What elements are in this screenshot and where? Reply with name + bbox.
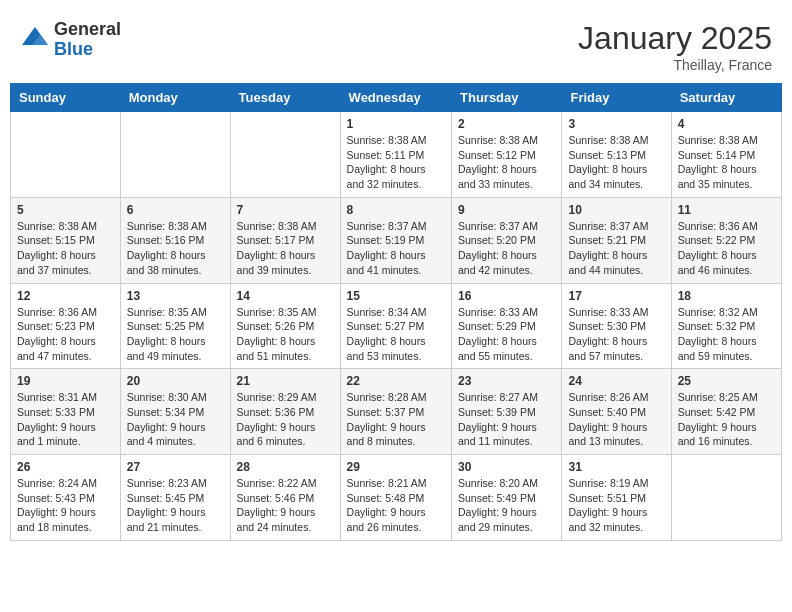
calendar-cell: 22Sunrise: 8:28 AM Sunset: 5:37 PM Dayli… bbox=[340, 369, 451, 455]
column-header-saturday: Saturday bbox=[671, 84, 781, 112]
day-info: Sunrise: 8:30 AM Sunset: 5:34 PM Dayligh… bbox=[127, 390, 224, 449]
day-number: 4 bbox=[678, 117, 775, 131]
calendar-cell: 5Sunrise: 8:38 AM Sunset: 5:15 PM Daylig… bbox=[11, 197, 121, 283]
day-info: Sunrise: 8:23 AM Sunset: 5:45 PM Dayligh… bbox=[127, 476, 224, 535]
location-subtitle: Theillay, France bbox=[578, 57, 772, 73]
day-number: 8 bbox=[347, 203, 445, 217]
column-header-thursday: Thursday bbox=[452, 84, 562, 112]
logo-blue-text: Blue bbox=[54, 40, 121, 60]
calendar-cell bbox=[11, 112, 121, 198]
day-number: 1 bbox=[347, 117, 445, 131]
day-number: 10 bbox=[568, 203, 664, 217]
day-number: 24 bbox=[568, 374, 664, 388]
day-info: Sunrise: 8:22 AM Sunset: 5:46 PM Dayligh… bbox=[237, 476, 334, 535]
day-number: 3 bbox=[568, 117, 664, 131]
day-info: Sunrise: 8:35 AM Sunset: 5:25 PM Dayligh… bbox=[127, 305, 224, 364]
column-header-monday: Monday bbox=[120, 84, 230, 112]
day-info: Sunrise: 8:38 AM Sunset: 5:13 PM Dayligh… bbox=[568, 133, 664, 192]
day-info: Sunrise: 8:38 AM Sunset: 5:14 PM Dayligh… bbox=[678, 133, 775, 192]
calendar-cell: 3Sunrise: 8:38 AM Sunset: 5:13 PM Daylig… bbox=[562, 112, 671, 198]
day-number: 23 bbox=[458, 374, 555, 388]
calendar-cell: 4Sunrise: 8:38 AM Sunset: 5:14 PM Daylig… bbox=[671, 112, 781, 198]
page-header: General Blue January 2025 Theillay, Fran… bbox=[10, 10, 782, 78]
column-header-tuesday: Tuesday bbox=[230, 84, 340, 112]
day-number: 26 bbox=[17, 460, 114, 474]
calendar-cell: 2Sunrise: 8:38 AM Sunset: 5:12 PM Daylig… bbox=[452, 112, 562, 198]
day-number: 6 bbox=[127, 203, 224, 217]
day-info: Sunrise: 8:38 AM Sunset: 5:17 PM Dayligh… bbox=[237, 219, 334, 278]
day-number: 16 bbox=[458, 289, 555, 303]
calendar-cell: 30Sunrise: 8:20 AM Sunset: 5:49 PM Dayli… bbox=[452, 455, 562, 541]
column-header-sunday: Sunday bbox=[11, 84, 121, 112]
day-number: 13 bbox=[127, 289, 224, 303]
calendar-week-row: 5Sunrise: 8:38 AM Sunset: 5:15 PM Daylig… bbox=[11, 197, 782, 283]
day-number: 30 bbox=[458, 460, 555, 474]
calendar-cell: 15Sunrise: 8:34 AM Sunset: 5:27 PM Dayli… bbox=[340, 283, 451, 369]
column-header-wednesday: Wednesday bbox=[340, 84, 451, 112]
day-info: Sunrise: 8:31 AM Sunset: 5:33 PM Dayligh… bbox=[17, 390, 114, 449]
logo-general-text: General bbox=[54, 20, 121, 40]
calendar-cell: 18Sunrise: 8:32 AM Sunset: 5:32 PM Dayli… bbox=[671, 283, 781, 369]
day-number: 20 bbox=[127, 374, 224, 388]
calendar-cell: 27Sunrise: 8:23 AM Sunset: 5:45 PM Dayli… bbox=[120, 455, 230, 541]
day-info: Sunrise: 8:19 AM Sunset: 5:51 PM Dayligh… bbox=[568, 476, 664, 535]
calendar-cell: 14Sunrise: 8:35 AM Sunset: 5:26 PM Dayli… bbox=[230, 283, 340, 369]
column-header-friday: Friday bbox=[562, 84, 671, 112]
day-number: 25 bbox=[678, 374, 775, 388]
day-info: Sunrise: 8:37 AM Sunset: 5:19 PM Dayligh… bbox=[347, 219, 445, 278]
day-info: Sunrise: 8:38 AM Sunset: 5:11 PM Dayligh… bbox=[347, 133, 445, 192]
day-number: 27 bbox=[127, 460, 224, 474]
day-number: 22 bbox=[347, 374, 445, 388]
calendar-week-row: 1Sunrise: 8:38 AM Sunset: 5:11 PM Daylig… bbox=[11, 112, 782, 198]
day-number: 29 bbox=[347, 460, 445, 474]
calendar-cell: 1Sunrise: 8:38 AM Sunset: 5:11 PM Daylig… bbox=[340, 112, 451, 198]
day-number: 15 bbox=[347, 289, 445, 303]
calendar-cell: 25Sunrise: 8:25 AM Sunset: 5:42 PM Dayli… bbox=[671, 369, 781, 455]
calendar-cell: 7Sunrise: 8:38 AM Sunset: 5:17 PM Daylig… bbox=[230, 197, 340, 283]
calendar-cell bbox=[671, 455, 781, 541]
day-number: 28 bbox=[237, 460, 334, 474]
day-number: 12 bbox=[17, 289, 114, 303]
day-info: Sunrise: 8:25 AM Sunset: 5:42 PM Dayligh… bbox=[678, 390, 775, 449]
day-number: 7 bbox=[237, 203, 334, 217]
calendar-cell: 21Sunrise: 8:29 AM Sunset: 5:36 PM Dayli… bbox=[230, 369, 340, 455]
day-info: Sunrise: 8:38 AM Sunset: 5:16 PM Dayligh… bbox=[127, 219, 224, 278]
calendar-week-row: 19Sunrise: 8:31 AM Sunset: 5:33 PM Dayli… bbox=[11, 369, 782, 455]
day-info: Sunrise: 8:35 AM Sunset: 5:26 PM Dayligh… bbox=[237, 305, 334, 364]
calendar-cell: 20Sunrise: 8:30 AM Sunset: 5:34 PM Dayli… bbox=[120, 369, 230, 455]
calendar-cell: 10Sunrise: 8:37 AM Sunset: 5:21 PM Dayli… bbox=[562, 197, 671, 283]
day-number: 11 bbox=[678, 203, 775, 217]
day-info: Sunrise: 8:34 AM Sunset: 5:27 PM Dayligh… bbox=[347, 305, 445, 364]
day-number: 2 bbox=[458, 117, 555, 131]
day-info: Sunrise: 8:38 AM Sunset: 5:15 PM Dayligh… bbox=[17, 219, 114, 278]
day-info: Sunrise: 8:20 AM Sunset: 5:49 PM Dayligh… bbox=[458, 476, 555, 535]
calendar-cell: 12Sunrise: 8:36 AM Sunset: 5:23 PM Dayli… bbox=[11, 283, 121, 369]
day-info: Sunrise: 8:24 AM Sunset: 5:43 PM Dayligh… bbox=[17, 476, 114, 535]
calendar-cell: 19Sunrise: 8:31 AM Sunset: 5:33 PM Dayli… bbox=[11, 369, 121, 455]
day-number: 5 bbox=[17, 203, 114, 217]
day-info: Sunrise: 8:32 AM Sunset: 5:32 PM Dayligh… bbox=[678, 305, 775, 364]
calendar-cell bbox=[120, 112, 230, 198]
calendar-cell bbox=[230, 112, 340, 198]
calendar-cell: 9Sunrise: 8:37 AM Sunset: 5:20 PM Daylig… bbox=[452, 197, 562, 283]
calendar-cell: 6Sunrise: 8:38 AM Sunset: 5:16 PM Daylig… bbox=[120, 197, 230, 283]
month-year-title: January 2025 bbox=[578, 20, 772, 57]
calendar-cell: 28Sunrise: 8:22 AM Sunset: 5:46 PM Dayli… bbox=[230, 455, 340, 541]
calendar-cell: 16Sunrise: 8:33 AM Sunset: 5:29 PM Dayli… bbox=[452, 283, 562, 369]
day-number: 17 bbox=[568, 289, 664, 303]
day-info: Sunrise: 8:37 AM Sunset: 5:21 PM Dayligh… bbox=[568, 219, 664, 278]
calendar-cell: 11Sunrise: 8:36 AM Sunset: 5:22 PM Dayli… bbox=[671, 197, 781, 283]
day-info: Sunrise: 8:36 AM Sunset: 5:22 PM Dayligh… bbox=[678, 219, 775, 278]
day-number: 9 bbox=[458, 203, 555, 217]
calendar-cell: 17Sunrise: 8:33 AM Sunset: 5:30 PM Dayli… bbox=[562, 283, 671, 369]
calendar-cell: 8Sunrise: 8:37 AM Sunset: 5:19 PM Daylig… bbox=[340, 197, 451, 283]
day-number: 21 bbox=[237, 374, 334, 388]
calendar-week-row: 12Sunrise: 8:36 AM Sunset: 5:23 PM Dayli… bbox=[11, 283, 782, 369]
day-info: Sunrise: 8:33 AM Sunset: 5:30 PM Dayligh… bbox=[568, 305, 664, 364]
day-info: Sunrise: 8:26 AM Sunset: 5:40 PM Dayligh… bbox=[568, 390, 664, 449]
calendar-cell: 26Sunrise: 8:24 AM Sunset: 5:43 PM Dayli… bbox=[11, 455, 121, 541]
day-info: Sunrise: 8:21 AM Sunset: 5:48 PM Dayligh… bbox=[347, 476, 445, 535]
day-info: Sunrise: 8:33 AM Sunset: 5:29 PM Dayligh… bbox=[458, 305, 555, 364]
day-number: 18 bbox=[678, 289, 775, 303]
logo-icon bbox=[20, 25, 50, 55]
